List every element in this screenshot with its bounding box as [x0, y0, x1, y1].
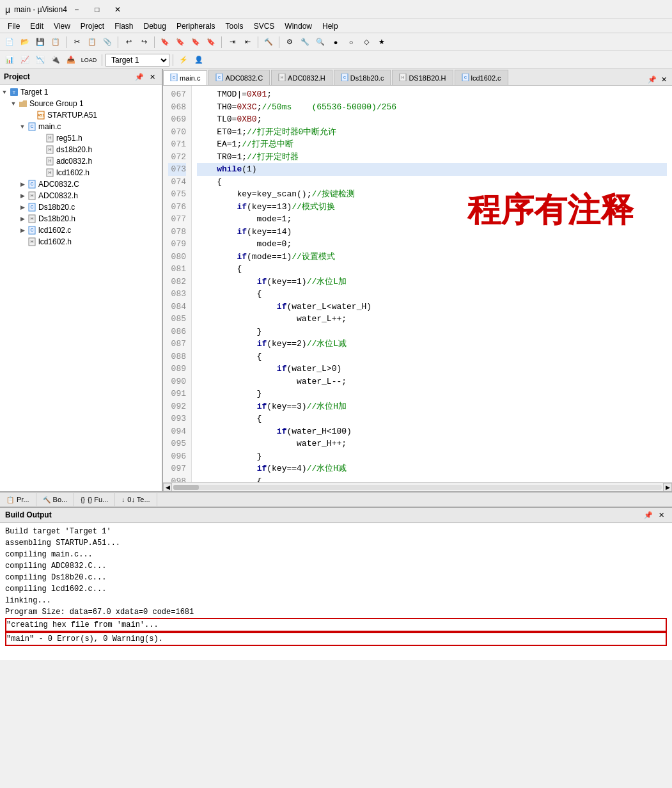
menu-item-svcs[interactable]: SVCS [249, 19, 280, 33]
tree-item-target1[interactable]: ▼TTarget 1 [0, 86, 162, 98]
tree-expand-ds18b20c[interactable]: ▶ [18, 203, 27, 212]
tree-expand-reg51h[interactable] [36, 134, 45, 143]
menu-item-tools[interactable]: Tools [221, 19, 249, 33]
h-scroll-left[interactable]: ◀ [163, 483, 172, 492]
tb2-btn6[interactable]: ⚡ [176, 53, 191, 67]
target-select[interactable]: Target 1 [105, 54, 169, 67]
tb2-btn4[interactable]: 🔌 [49, 53, 63, 67]
tree-expand-lcd1602h2[interactable] [18, 237, 27, 246]
tb2-btn1[interactable]: 📊 [3, 53, 17, 67]
tb2-btn7[interactable]: 👤 [192, 53, 206, 67]
tree-expand-ds18b20h2[interactable]: ▶ [18, 214, 27, 223]
bookmark4-button[interactable]: 🔖 [204, 35, 218, 49]
tree-item-adc0832h2[interactable]: ▶HADC0832.h [0, 190, 162, 201]
save-all-button[interactable]: 📋 [49, 35, 63, 49]
save-button[interactable]: 💾 [33, 35, 47, 49]
toolbar-btn-misc4[interactable]: ● [329, 35, 343, 49]
tab-ADC0832-C[interactable]: CADC0832.C [208, 70, 270, 85]
tree-item-ds18b20c[interactable]: ▶CDs18b20.c [0, 201, 162, 213]
toolbar-btn-misc2[interactable]: 🔧 [298, 35, 312, 49]
tree-expand-startup[interactable] [27, 111, 36, 120]
project-close-btn[interactable]: ✕ [146, 71, 158, 83]
bottom-tab-1[interactable]: 🔨Bo... [36, 492, 75, 507]
close-button[interactable]: ✕ [108, 3, 127, 16]
tree-item-mainc[interactable]: ▼Cmain.c [0, 121, 162, 132]
redo-button[interactable]: ↪ [137, 35, 151, 49]
toolbar-btn-misc5[interactable]: ○ [344, 35, 358, 49]
bookmark3-button[interactable]: 🔖 [189, 35, 203, 49]
tree-expand-mainc[interactable]: ▼ [18, 122, 27, 131]
tb2-btn3[interactable]: 📉 [33, 53, 47, 67]
copy-button[interactable]: 📋 [85, 35, 99, 49]
tab-main-c[interactable]: Cmain.c [163, 70, 207, 86]
menu-item-debug[interactable]: Debug [139, 19, 171, 33]
tree-item-adc0832h[interactable]: Hadc0832.h [0, 155, 162, 167]
tree-item-lcd1602c[interactable]: ▶Clcd1602.c [0, 225, 162, 236]
tree-item-adc0832c[interactable]: ▶CADC0832.C [0, 178, 162, 190]
tab-ADC0832-H[interactable]: HADC0832.H [271, 70, 332, 85]
tb2-load-btn[interactable]: LOAD [79, 53, 98, 67]
paste-button[interactable]: 📎 [100, 35, 114, 49]
build-output[interactable]: Build target 'Target 1'assembling STARTU… [0, 523, 672, 657]
tree-expand-adc0832c[interactable]: ▶ [18, 180, 27, 189]
tree-icon-lcd1602h_inner: H [45, 168, 55, 178]
menu-item-help[interactable]: Help [317, 19, 343, 33]
build-output-pin[interactable]: 📌 [643, 509, 654, 521]
h-scroll-right[interactable]: ▶ [663, 483, 672, 492]
menu-item-peripherals[interactable]: Peripherals [171, 19, 221, 33]
tree-item-reg51h[interactable]: Hreg51.h [0, 132, 162, 144]
tree-expand-srcgrp1[interactable]: ▼ [9, 99, 18, 108]
new-button[interactable]: 📄 [3, 35, 17, 49]
toolbar-btn-misc7[interactable]: ★ [375, 35, 389, 49]
build-output-close[interactable]: ✕ [655, 509, 667, 521]
minimize-button[interactable]: − [67, 3, 86, 16]
maximize-button[interactable]: □ [88, 3, 107, 16]
menu-item-view[interactable]: View [49, 19, 75, 33]
tb2-btn5[interactable]: 📥 [64, 53, 78, 67]
code-line-086: } [197, 326, 667, 338]
tree-expand-ds18b20h[interactable] [36, 145, 45, 154]
toolbar-btn-misc6[interactable]: ◇ [359, 35, 373, 49]
tree-expand-target1[interactable]: ▼ [0, 88, 9, 97]
bottom-tab-3[interactable]: ↓0↓ Te... [115, 492, 157, 507]
tab-lcd1602-c[interactable]: Clcd1602.c [455, 70, 508, 85]
toolbar-btn-misc1[interactable]: ⚙ [283, 35, 297, 49]
menu-item-flash[interactable]: Flash [109, 19, 138, 33]
tree-expand-adc0832h2[interactable]: ▶ [18, 191, 27, 200]
tab-DS18B20-H[interactable]: HDS18B20.H [392, 70, 453, 85]
outdent-button[interactable]: ⇤ [240, 35, 254, 49]
code-editor[interactable]: 0670680690700710720730740750760770780790… [163, 86, 672, 482]
tree-icon-reg51h: H [45, 133, 55, 143]
open-button[interactable]: 📂 [18, 35, 32, 49]
tree-item-lcd1602h_inner[interactable]: Hlcd1602.h [0, 167, 162, 178]
bookmark1-button[interactable]: 🔖 [158, 35, 172, 49]
indent-button[interactable]: ⇥ [225, 35, 239, 49]
project-pin-btn[interactable]: 📌 [134, 71, 145, 83]
menu-item-edit[interactable]: Edit [25, 19, 49, 33]
tab-pin-btn[interactable]: 📌 [646, 74, 658, 85]
build-button[interactable]: 🔨 [262, 35, 276, 49]
toolbar-btn-misc3[interactable]: 🔍 [313, 35, 327, 49]
tab-Ds18b20-c[interactable]: CDs18b20.c [334, 70, 391, 85]
bookmark2-button[interactable]: 🔖 [173, 35, 187, 49]
tree-item-startup[interactable]: A51STARTUP.A51 [0, 109, 162, 121]
tree-label-reg51h: reg51.h [56, 134, 82, 143]
bottom-tab-2[interactable]: {}{} Fu... [74, 492, 115, 507]
menu-item-window[interactable]: Window [279, 19, 317, 33]
menu-item-file[interactable]: File [3, 19, 25, 33]
tree-item-lcd1602h2[interactable]: Hlcd1602.h [0, 236, 162, 248]
tree-item-ds18b20h2[interactable]: ▶HDs18b20.h [0, 213, 162, 225]
bottom-tab-0[interactable]: 📋Pr... [0, 492, 36, 507]
h-scroll[interactable]: ◀ ▶ [163, 482, 672, 491]
tree-item-ds18b20h[interactable]: Hds18b20.h [0, 144, 162, 155]
cut-button[interactable]: ✂ [70, 35, 84, 49]
tree-expand-lcd1602c[interactable]: ▶ [18, 226, 27, 235]
tab-close-btn[interactable]: ✕ [658, 74, 669, 85]
tree-label-adc0832c: ADC0832.C [38, 180, 79, 189]
undo-button[interactable]: ↩ [121, 35, 136, 49]
menu-item-project[interactable]: Project [75, 19, 109, 33]
tb2-btn2[interactable]: 📈 [18, 53, 32, 67]
tree-item-srcgrp1[interactable]: ▼Source Group 1 [0, 98, 162, 109]
tree-expand-adc0832h[interactable] [36, 157, 45, 166]
tree-expand-lcd1602h_inner[interactable] [36, 168, 45, 177]
